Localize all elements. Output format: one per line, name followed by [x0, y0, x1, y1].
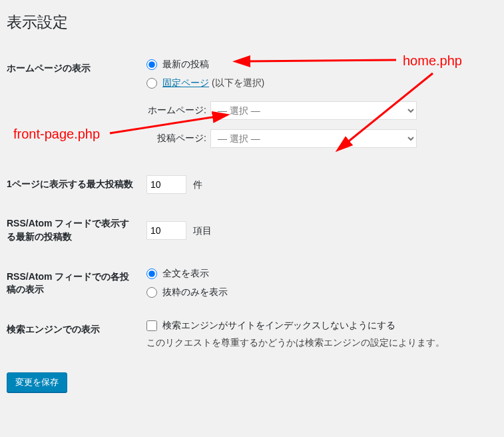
homepage-select[interactable]: — 選択 — — [210, 101, 417, 120]
search-engine-checkbox-label: 検索エンジンがサイトをインデックスしないようにする — [162, 320, 395, 332]
search-engine-checkbox[interactable] — [146, 320, 157, 331]
radio-latest-posts[interactable] — [146, 59, 157, 70]
posts-page-select-label: 投稿ページ: — [146, 133, 206, 145]
radio-static-page[interactable] — [146, 78, 157, 89]
rss-display-label: RSS/Atom フィードでの各投稿の表示 — [7, 257, 140, 310]
save-button[interactable]: 変更を保存 — [7, 372, 67, 392]
static-page-suffix: (以下を選択) — [212, 77, 264, 88]
settings-form-table: ホームページの表示 最新の投稿 固定ページ (以下を選択) ホー — [7, 49, 491, 359]
homepage-display-label: ホームページの表示 — [7, 49, 140, 165]
rss-posts-label: RSS/Atom フィードで表示する最新の投稿数 — [7, 204, 140, 256]
rss-posts-input[interactable] — [146, 221, 186, 240]
search-engine-label: 検索エンジンでの表示 — [7, 310, 140, 359]
page-title: 表示設定 — [7, 7, 491, 35]
rss-posts-unit: 項目 — [193, 225, 212, 236]
posts-per-page-input[interactable] — [146, 175, 186, 194]
posts-per-page-unit: 件 — [193, 179, 202, 190]
posts-per-page-label: 1ページに表示する最大投稿数 — [7, 165, 140, 205]
search-engine-desc: このリクエストを尊重するかどうかは検索エンジンの設定によります。 — [146, 337, 484, 349]
radio-rss-full[interactable] — [146, 268, 157, 279]
radio-latest-posts-label: 最新の投稿 — [162, 59, 209, 71]
radio-rss-full-label: 全文を表示 — [162, 268, 209, 280]
static-page-link[interactable]: 固定ページ — [162, 77, 209, 88]
posts-page-select[interactable]: — 選択 — — [210, 129, 417, 148]
radio-static-page-label: 固定ページ (以下を選択) — [162, 77, 264, 89]
radio-rss-excerpt-label: 抜粋のみを表示 — [162, 286, 228, 298]
radio-rss-excerpt[interactable] — [146, 287, 157, 298]
homepage-select-label: ホームページ: — [146, 105, 206, 117]
